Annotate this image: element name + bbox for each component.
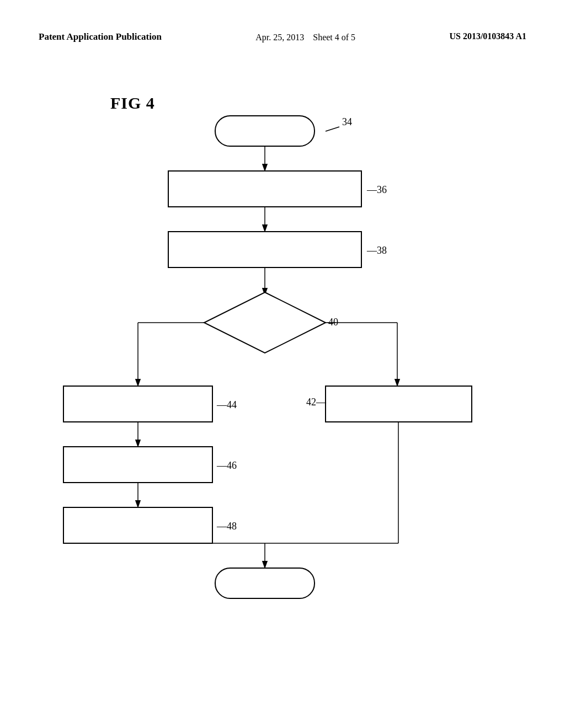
svg-rect-17: [63, 386, 212, 422]
header-center: Apr. 25, 2013 Sheet 4 of 5: [255, 30, 355, 45]
flowchart-diagram: 34 —36 —38 40: [0, 85, 565, 728]
svg-text:40: 40: [328, 317, 338, 328]
header-date: Apr. 25, 2013: [255, 33, 304, 42]
svg-rect-31: [215, 568, 315, 598]
header-left-label: Patent Application Publication: [39, 30, 162, 44]
svg-marker-10: [204, 292, 326, 353]
svg-line-1: [326, 127, 339, 131]
svg-text:42—: 42—: [306, 397, 327, 408]
svg-text:34: 34: [342, 116, 352, 127]
svg-rect-22: [63, 447, 212, 483]
header: Patent Application Publication Apr. 25, …: [0, 0, 565, 45]
header-right-label: US 2013/0103843 A1: [449, 30, 526, 42]
svg-text:—46: —46: [216, 460, 237, 471]
svg-text:—38: —38: [366, 245, 387, 256]
page: Patent Application Publication Apr. 25, …: [0, 0, 565, 728]
svg-rect-19: [326, 386, 472, 422]
svg-text:—44: —44: [216, 399, 237, 410]
svg-text:—36: —36: [366, 184, 387, 195]
svg-rect-4: [168, 171, 361, 207]
flowchart-container: 34 —36 —38 40: [0, 85, 565, 728]
svg-rect-25: [63, 507, 212, 543]
svg-rect-7: [168, 232, 361, 267]
svg-text:—48: —48: [216, 521, 237, 532]
header-sheet: Sheet 4 of 5: [313, 33, 355, 42]
svg-rect-0: [215, 116, 315, 146]
